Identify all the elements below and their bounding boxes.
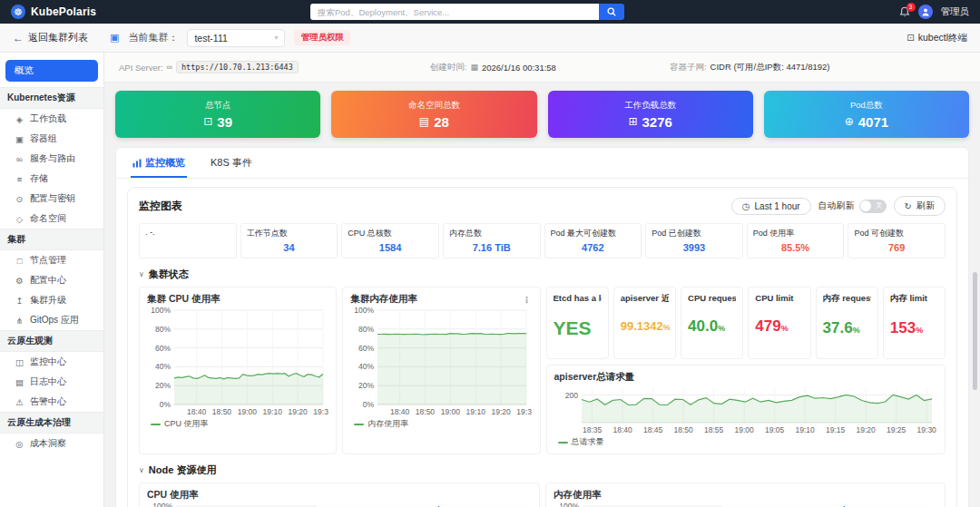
role-badge: 管理员权限 [294, 30, 350, 45]
kubernetes-logo-icon: ☸ [11, 5, 25, 19]
sidebar-item-pods[interactable]: ▣容器组 [0, 129, 103, 149]
workloads-card: 工作负载总数 ⊞3276 [548, 91, 753, 138]
clock-icon: ◷ [742, 201, 750, 211]
total-nodes-card: 总节点 ⊡39 [115, 91, 320, 138]
sidebar-item-storage[interactable]: ≡存储 [0, 169, 103, 189]
svg-text:19:00: 19:00 [441, 407, 461, 416]
node-memory-legend-table[interactable]: NameMinMaxLast ▾84.7%93.1%93.1%84.1%89.6… [722, 503, 936, 507]
log-icon: ▤ [15, 377, 24, 387]
chevron-down-icon: ▾ [274, 34, 278, 42]
svg-text:19:15: 19:15 [826, 425, 846, 434]
cluster-name: test-111 [194, 33, 227, 44]
sidebar-item-node-management[interactable]: □节点管理 [0, 250, 103, 270]
svg-text:0%: 0% [160, 400, 172, 409]
back-arrow-icon: ← [13, 32, 24, 44]
kubectl-terminal-button[interactable]: ⊡ kubectl终端 [906, 32, 967, 44]
top-bar: ☸ KubePolaris 3 管理员 [0, 0, 980, 24]
svg-text:18:40: 18:40 [390, 407, 410, 416]
cluster-cpu-usage-chart[interactable]: 0%20%40%60%80%100%18:4018:5019:0019:1019… [147, 306, 328, 416]
svg-text:18:50: 18:50 [416, 407, 436, 416]
svg-text:19:20: 19:20 [856, 425, 876, 434]
svg-text:18:40: 18:40 [187, 407, 207, 416]
sidebar-item-namespaces[interactable]: ◇命名空间 [0, 209, 103, 229]
sidebar-item-services[interactable]: ∞服务与路由 [0, 149, 103, 169]
svg-text:19:20: 19:20 [492, 407, 512, 416]
stat-pod-usage: Pod 使用率85.5% [747, 223, 845, 258]
search-icon [607, 7, 616, 16]
cluster-icon: ▣ [110, 32, 119, 44]
sidebar-item-overview[interactable]: 概览 [5, 60, 98, 82]
sidebar-item-config-secrets[interactable]: ⊙配置与密钥 [0, 189, 103, 209]
cluster-info-row: API Server: ∞ https://10.70.1.213:6443 创… [104, 53, 980, 83]
terminal-icon: ⊡ [906, 33, 914, 43]
sidebar-item-workloads[interactable]: ◈工作负载 [0, 109, 103, 129]
cluster-stats-row: . -. 工作节点数34 CPU 总核数1584 内存总数7.16 TiB Po… [139, 223, 946, 258]
section-cluster-status[interactable]: ∨ 集群状态 [139, 268, 946, 281]
cluster-memory-usage-chart[interactable]: 0%20%40%60%80%100%18:4018:5019:0019:1019… [350, 306, 532, 416]
back-to-cluster-list-link[interactable]: ← 返回集群列表 [13, 31, 88, 44]
sidebar-item-log-center[interactable]: ▤日志中心 [0, 372, 103, 392]
stat-placeholder: . -. [139, 223, 237, 258]
svg-text:18:45: 18:45 [642, 425, 662, 434]
created-value: 2026/1/16 00:31:58 [482, 63, 556, 73]
sidebar-item-gitops[interactable]: ⋔GitOps 应用 [0, 310, 103, 330]
svg-text:40%: 40% [358, 362, 374, 371]
service-route-icon: ∞ [15, 154, 24, 164]
notification-badge: 3 [906, 3, 916, 12]
time-range-button[interactable]: ◷ Last 1 hour [731, 198, 811, 215]
created-label: 创建时间: [430, 62, 467, 73]
apiserver-availability-card: apiserver 近399.1342% [613, 287, 676, 359]
calendar-icon: ▦ [470, 63, 478, 72]
search-button[interactable] [599, 4, 624, 20]
link-icon: ∞ [167, 63, 172, 72]
auto-refresh-toggle[interactable]: 关 [859, 200, 887, 213]
global-search [310, 4, 624, 20]
more-options-icon[interactable]: ⋮ [523, 295, 533, 305]
pods-total-card: Pod总数 ⊕4071 [764, 91, 969, 138]
sidebar-item-monitoring-center[interactable]: ◫监控中心 [0, 352, 103, 372]
summary-cards-row: 总节点 ⊡39 命名空间总数 ▤28 工作负载总数 ⊞3276 Pod总数 ⊕4… [104, 83, 980, 145]
gear-icon: ⚙ [15, 276, 24, 286]
svg-text:18:50: 18:50 [673, 425, 693, 434]
sidebar-item-config-center[interactable]: ⚙配置中心 [0, 270, 103, 290]
refresh-button[interactable]: ↻ 刷新 [894, 196, 946, 216]
api-server-url[interactable]: https://10.70.1.213:6443 [176, 61, 299, 73]
svg-text:19:25: 19:25 [887, 425, 906, 434]
stat-pod-available: Pod 可创建数769 [848, 223, 946, 258]
tab-k8s-events[interactable]: K8S 事件 [209, 148, 254, 178]
node-icon: □ [15, 256, 24, 266]
etcd-leader-card: Etcd has a leaYES [546, 287, 609, 359]
memory-request-card: 内存 request37.6% [816, 287, 878, 359]
avatar[interactable] [918, 5, 933, 19]
svg-text:0%: 0% [363, 400, 375, 409]
back-label: 返回集群列表 [28, 31, 88, 44]
sidebar-item-cluster-upgrade[interactable]: ↥集群升级 [0, 290, 103, 310]
svg-text:19:30: 19:30 [916, 425, 936, 434]
sidebar-item-cost-insight[interactable]: ◎成本洞察 [0, 434, 103, 453]
search-input[interactable] [310, 4, 599, 20]
app-title: KubePolaris [31, 5, 96, 18]
tab-monitor-overview[interactable]: 监控概览 [131, 148, 187, 178]
scrollbar[interactable] [973, 272, 977, 390]
mini-cards-row: Etcd has a leaYES apiserver 近399.1342% C… [546, 287, 946, 359]
sidebar-group-cost: 云原生成本治理 [0, 412, 103, 434]
section-node-resources[interactable]: ∨ Node 资源使用 [139, 463, 946, 477]
monitor-panel-title: 监控图表 [139, 199, 182, 214]
cluster-select[interactable]: test-111 ▾ [187, 29, 285, 47]
cpu-limit-card: CPU limit479% [748, 287, 810, 359]
cluster-toolbar: ← 返回集群列表 ▣ 当前集群： test-111 ▾ 管理员权限 ⊡ kube… [0, 24, 980, 53]
svg-text:40%: 40% [155, 362, 171, 371]
apiserver-requests-chart-card: apiserver总请求量 20018:3518:4018:4518:5018:… [546, 365, 946, 454]
svg-text:18:40: 18:40 [612, 425, 632, 434]
svg-text:19:30: 19:30 [313, 407, 328, 416]
terminal-label: kubectl终端 [918, 32, 967, 44]
svg-text:19:30: 19:30 [517, 407, 533, 416]
apiserver-requests-chart[interactable]: 20018:3518:4018:4518:5018:5519:0019:0519… [554, 384, 937, 434]
notifications-button[interactable]: 3 [899, 6, 910, 18]
svg-text:100%: 100% [355, 306, 375, 315]
svg-text:19:10: 19:10 [795, 425, 815, 434]
svg-text:200: 200 [564, 391, 577, 400]
node-cpu-legend-table[interactable]: NameMinMaxLast37.6%44.7%43.2%15.1%22.0%2… [317, 503, 530, 507]
workload-icon: ◈ [15, 114, 24, 124]
sidebar-item-alert-center[interactable]: ⚠告警中心 [0, 392, 103, 412]
